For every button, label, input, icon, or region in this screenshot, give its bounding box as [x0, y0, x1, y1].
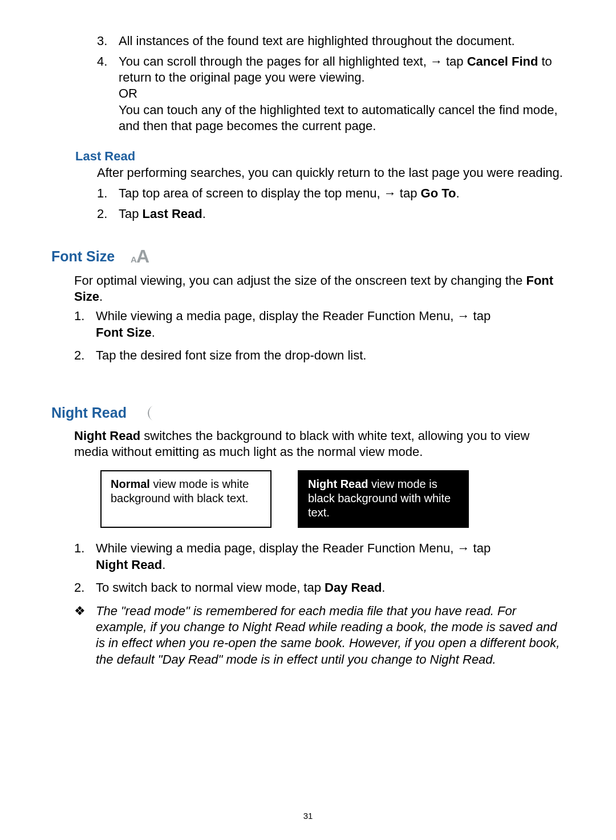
arrow-icon: →	[384, 186, 396, 200]
list-text: Tap the desired font size from the drop-…	[96, 348, 366, 362]
list-text: To switch back to normal view mode, tap …	[96, 580, 385, 595]
list-text: While viewing a media page, display the …	[96, 309, 491, 340]
list-text: All instances of the found text are high…	[119, 34, 515, 48]
heading-last-read: Last Read	[75, 149, 565, 164]
last-read-steps: 1. Tap top area of screen to display the…	[97, 184, 565, 223]
page-number: 31	[0, 811, 616, 821]
arrow-icon: →	[430, 54, 443, 68]
list-number: 4.	[97, 54, 107, 70]
list-item: 1. While viewing a media page, display t…	[74, 308, 565, 341]
document-page: 3. All instances of the found text are h…	[0, 0, 616, 840]
list-number: 2.	[74, 348, 84, 364]
list-text: Tap top area of screen to display the to…	[119, 186, 460, 200]
arrow-icon: →	[457, 541, 469, 555]
font-size-steps: 1. While viewing a media page, display t…	[74, 308, 565, 364]
font-size-intro: For optimal viewing, you can adjust the …	[74, 273, 565, 305]
list-number: 1.	[97, 184, 107, 203]
arrow-icon: →	[457, 309, 469, 323]
diamond-bullet-icon: ❖	[74, 603, 96, 668]
find-steps-continued: 3. All instances of the found text are h…	[97, 33, 565, 134]
list-item: 1. Tap top area of screen to display the…	[97, 184, 565, 203]
night-mode-box: Night Read view mode is black background…	[298, 470, 469, 528]
list-number: 2.	[97, 205, 107, 223]
list-text-alt: You can touch any of the highlighted tex…	[119, 102, 565, 134]
heading-font-size: Font Size AA	[51, 246, 565, 267]
night-read-intro: Night Read switches the background to bl…	[74, 428, 565, 460]
last-read-intro: After performing searches, you can quick…	[97, 165, 565, 181]
font-size-icon: AA	[131, 246, 148, 267]
note-remembered-mode: ❖ The "read mode" is remembered for each…	[74, 603, 565, 668]
moon-icon	[143, 404, 156, 422]
list-number: 3.	[97, 33, 107, 49]
list-item: 2. Tap the desired font size from the dr…	[74, 348, 565, 364]
list-text: You can scroll through the pages for all…	[119, 54, 552, 84]
list-item: 3. All instances of the found text are h…	[97, 33, 565, 49]
heading-night-read: Night Read	[51, 404, 565, 422]
night-read-steps: 1. While viewing a media page, display t…	[74, 540, 565, 596]
list-number: 1.	[74, 308, 84, 325]
list-text: While viewing a media page, display the …	[96, 541, 491, 572]
list-text: Tap Last Read.	[119, 207, 206, 221]
list-number: 1.	[74, 540, 84, 557]
normal-mode-box: Normal view mode is white background wit…	[100, 470, 271, 528]
note-text: The "read mode" is remembered for each m…	[96, 603, 565, 668]
list-item: 2. To switch back to normal view mode, t…	[74, 580, 565, 596]
list-item: 2. Tap Last Read.	[97, 205, 565, 223]
list-item: 1. While viewing a media page, display t…	[74, 540, 565, 573]
list-item: 4. You can scroll through the pages for …	[97, 54, 565, 134]
list-number: 2.	[74, 580, 84, 596]
view-mode-boxes: Normal view mode is white background wit…	[100, 470, 565, 528]
list-text-or: OR	[119, 86, 565, 102]
